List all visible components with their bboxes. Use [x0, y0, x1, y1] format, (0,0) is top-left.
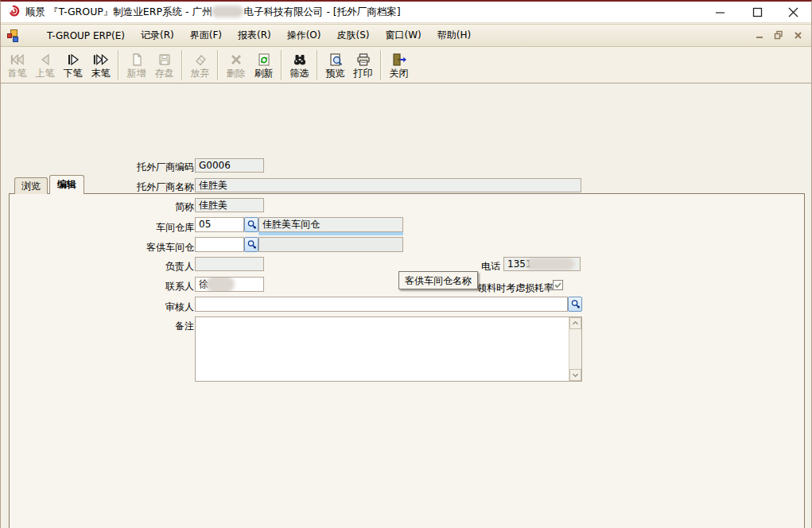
refresh-icon — [256, 52, 272, 68]
menu-report[interactable]: 报表(R) — [230, 25, 279, 45]
preview-button[interactable]: 预览 — [321, 49, 349, 82]
last-record-icon — [92, 52, 109, 68]
delete-x-icon — [228, 52, 244, 68]
toolbar-separator — [317, 50, 318, 80]
print-button[interactable]: 打印 — [349, 49, 377, 82]
checkbox-check-icon — [554, 281, 562, 289]
close-icon — [788, 7, 798, 17]
save-button[interactable]: 存盘 — [150, 49, 178, 82]
scroll-up-button[interactable] — [569, 317, 581, 329]
menu-tgroup-erp[interactable]: T-GROUP ERP(E) — [39, 27, 133, 45]
new-document-icon — [129, 52, 145, 68]
menu-skin[interactable]: 皮肤(S) — [329, 25, 378, 45]
app-logo-icon — [6, 5, 21, 19]
scroll-down-button[interactable] — [569, 369, 581, 381]
binoculars-icon — [292, 52, 308, 68]
toolbar-separator — [181, 50, 183, 80]
mdi-minimize-button[interactable] — [754, 29, 765, 41]
refresh-button[interactable]: 刷新 — [250, 49, 278, 82]
vendor-code-label: 托外厂商编码 — [35, 161, 194, 174]
auditor-label: 审核人 — [35, 301, 194, 314]
chevron-down-icon — [572, 371, 579, 379]
loss-rate-label: 领料时考虑损耗率 — [477, 281, 554, 295]
menu-help[interactable]: 帮助(H) — [429, 25, 479, 45]
save-disk-icon — [157, 52, 173, 68]
menu-interface[interactable]: 界面(F) — [182, 25, 230, 45]
first-record-button[interactable]: 首笔 — [3, 49, 31, 82]
mdi-close-icon — [794, 31, 802, 40]
magnifier-icon — [570, 299, 581, 309]
workshop-warehouse-name-field[interactable]: 佳胜美车间仓 — [258, 217, 403, 232]
short-name-label: 简称 — [35, 200, 194, 214]
toolbar-separator — [380, 50, 382, 80]
manager-field[interactable] — [195, 257, 264, 271]
erp-main-window: 顺景 『T-GROUP』制造业ERP系统 - 广州电子科技有限公司 - [托外厂… — [0, 0, 812, 528]
next-record-icon — [65, 52, 81, 68]
auditor-lookup-button[interactable] — [568, 297, 582, 312]
customer-workshop-label: 客供车间仓 — [35, 241, 194, 254]
auditor-field[interactable] — [195, 297, 568, 312]
exit-door-icon — [391, 52, 407, 68]
menu-record[interactable]: 记录(R) — [133, 25, 182, 45]
titlebar: 顺景 『T-GROUP』制造业ERP系统 - 广州电子科技有限公司 - [托外厂… — [1, 2, 811, 23]
loss-rate-checkbox[interactable] — [553, 280, 563, 290]
new-button[interactable]: 新增 — [122, 49, 150, 82]
workshop-warehouse-lookup-button[interactable] — [244, 217, 258, 232]
magnifier-icon — [247, 219, 257, 230]
window-title: 顺景 『T-GROUP』制造业ERP系统 - 广州电子科技有限公司 - [托外厂… — [25, 6, 401, 19]
customer-workshop-lookup-button[interactable] — [244, 237, 258, 252]
abandon-button[interactable]: 放弃 — [186, 49, 214, 82]
tooltip-customer-workshop-name: 客供车间仓名称 — [398, 271, 478, 289]
menu-operation[interactable]: 操作(O) — [279, 25, 329, 45]
vendor-code-field[interactable]: G0006 — [195, 158, 264, 173]
mdi-close-button[interactable] — [792, 29, 803, 41]
mdi-window-controls — [754, 29, 803, 41]
tab-edit[interactable]: 编辑 — [49, 175, 84, 194]
toolbar-separator — [217, 50, 219, 80]
maximize-button[interactable] — [745, 2, 769, 22]
prev-record-button[interactable]: 上笔 — [31, 49, 59, 82]
print-preview-icon — [328, 52, 344, 68]
prev-record-icon — [37, 52, 53, 68]
redacted-contact-blur — [206, 277, 235, 292]
menu-window[interactable]: 窗口(W) — [377, 25, 429, 45]
redacted-company-name — [212, 6, 243, 17]
delete-button[interactable]: 删除 — [222, 49, 250, 82]
phone-label: 电话 — [481, 260, 500, 274]
redacted-phone-blur — [526, 258, 574, 270]
remark-label: 备注 — [35, 320, 194, 333]
customer-workshop-name-field[interactable] — [258, 237, 403, 252]
contact-label: 联系人 — [35, 280, 194, 293]
printer-icon — [355, 52, 371, 68]
close-button[interactable] — [781, 2, 805, 22]
mdi-restore-icon — [774, 30, 783, 40]
menubar-grid-icon — [7, 29, 20, 42]
vendor-name-field[interactable]: 佳胜美 — [195, 178, 581, 192]
short-name-field[interactable]: 佳胜美 — [195, 198, 264, 212]
toolbar: 首笔 上笔 下笔 末笔 — [1, 48, 811, 83]
first-record-icon — [9, 52, 25, 68]
mdi-restore-button[interactable] — [773, 29, 784, 41]
remark-textarea[interactable] — [195, 316, 582, 382]
minimize-icon — [715, 7, 725, 17]
magnifier-icon — [247, 239, 257, 250]
manager-label: 负责人 — [35, 260, 194, 274]
last-record-button[interactable]: 末笔 — [87, 49, 115, 82]
toolbar-separator — [281, 50, 282, 80]
eraser-icon — [192, 52, 208, 68]
close-window-button[interactable]: 关闭 — [385, 49, 413, 82]
workshop-warehouse-code-input[interactable]: 05 — [195, 217, 244, 232]
next-record-button[interactable]: 下笔 — [59, 49, 87, 82]
focus-highlight-bar — [258, 232, 403, 235]
maximize-icon — [752, 7, 763, 17]
workshop-warehouse-label: 车间仓库 — [35, 221, 194, 235]
customer-workshop-code-input[interactable] — [195, 237, 244, 252]
contact-field[interactable]: 徐 — [195, 277, 264, 292]
filter-button[interactable]: 筛选 — [286, 49, 313, 82]
toolbar-separator — [118, 50, 119, 80]
remark-scrollbar[interactable] — [569, 317, 581, 381]
phone-field[interactable]: 1351 — [503, 257, 581, 271]
menubar: T-GROUP ERP(E) 记录(R) 界面(F) 报表(R) 操作(O) 皮… — [1, 24, 811, 47]
chevron-up-icon — [572, 320, 579, 327]
minimize-button[interactable] — [708, 2, 732, 22]
